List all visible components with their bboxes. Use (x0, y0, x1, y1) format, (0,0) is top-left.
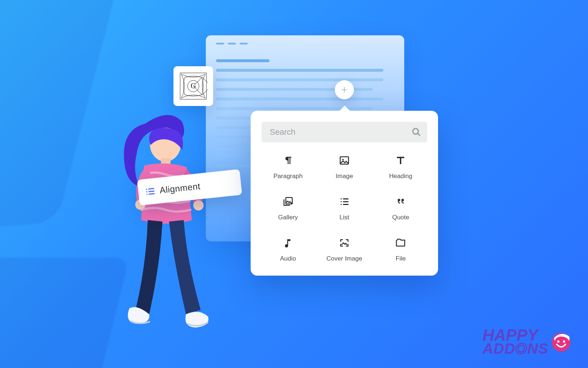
svg-line-17 (418, 134, 420, 136)
audio-icon (283, 237, 294, 248)
brand-line2: ADDONS (483, 342, 548, 355)
svg-point-19 (342, 159, 344, 160)
window-controls (216, 43, 394, 45)
block-inserter-popover: Paragraph Image Heading Gallery (251, 111, 438, 276)
block-label: Quote (392, 214, 409, 221)
svg-line-11 (149, 191, 154, 191)
svg-point-8 (146, 189, 147, 190)
svg-point-23 (341, 201, 342, 202)
block-gallery[interactable]: Gallery (262, 196, 314, 221)
svg-point-7 (193, 200, 204, 210)
svg-text:G: G (191, 82, 196, 90)
svg-point-10 (146, 191, 148, 192)
brand-face-icon (550, 330, 573, 353)
alignment-label: Alignment (159, 181, 201, 195)
svg-point-12 (146, 194, 148, 195)
block-file[interactable]: File (374, 237, 427, 262)
heading-icon (395, 155, 406, 166)
block-label: Heading (389, 173, 412, 180)
gallery-icon (283, 196, 294, 207)
block-audio[interactable]: Audio (262, 237, 314, 262)
svg-line-9 (148, 188, 154, 189)
block-label: Image (336, 173, 353, 180)
block-heading[interactable]: Heading (374, 155, 427, 180)
block-quote[interactable]: Quote (374, 196, 427, 221)
block-label: File (396, 255, 406, 262)
background-shape (0, 258, 129, 368)
image-icon (339, 155, 350, 166)
block-list[interactable]: List (318, 196, 370, 221)
block-label: Paragraph (273, 173, 302, 180)
file-icon (395, 237, 406, 248)
block-label: Cover Image (326, 255, 362, 262)
quote-icon (395, 196, 406, 207)
background-shape (0, 0, 122, 233)
svg-rect-5 (161, 158, 171, 166)
add-block-button[interactable] (335, 80, 354, 99)
cover-image-icon (339, 237, 350, 248)
block-label: List (340, 214, 349, 221)
block-cover-image[interactable]: Cover Image (318, 237, 370, 262)
paragraph-icon (283, 155, 294, 166)
search-icon (412, 127, 421, 137)
search-input[interactable] (262, 122, 427, 142)
block-label: Gallery (278, 214, 298, 221)
svg-point-28 (557, 340, 559, 343)
svg-point-16 (413, 128, 418, 134)
svg-point-4 (150, 128, 181, 162)
svg-point-25 (341, 204, 342, 205)
block-paragraph[interactable]: Paragraph (262, 155, 314, 180)
list-icon (144, 186, 156, 197)
svg-point-21 (341, 198, 342, 199)
block-image[interactable]: Image (318, 155, 370, 180)
block-grid: Paragraph Image Heading Gallery (262, 155, 427, 262)
block-label: Audio (280, 255, 296, 262)
gutenberg-ornament-tile: G (173, 66, 213, 106)
happy-addons-logo: HAPPY ADDONS (483, 328, 573, 355)
list-icon (339, 196, 350, 207)
svg-line-13 (149, 194, 154, 194)
svg-point-29 (563, 340, 565, 343)
